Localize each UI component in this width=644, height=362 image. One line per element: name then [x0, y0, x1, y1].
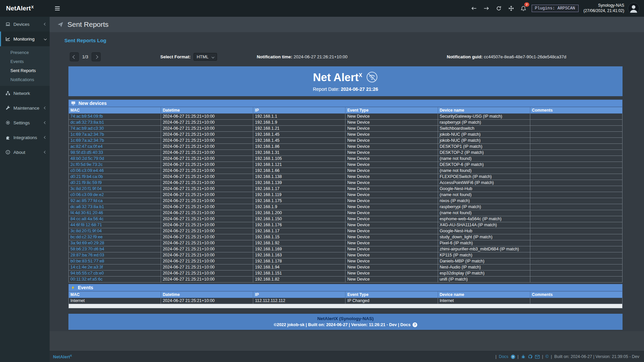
mac-address-link[interactable]: 14:c1:4e:2e:a3:3f	[70, 265, 103, 269]
question-circle-icon[interactable]: ?	[413, 322, 417, 327]
sidebar-item-about[interactable]: About	[0, 145, 50, 160]
sidebar-subitem-presence[interactable]: Presence	[0, 48, 50, 57]
events-section-bar: Events	[68, 284, 623, 291]
refresh-icon	[496, 6, 501, 11]
table-row: bc:dd:c2:32:f9:ee2024-06-27 21:25:21+10:…	[69, 234, 623, 240]
sidebar-item-network[interactable]: Network	[0, 86, 50, 101]
prev-page-button[interactable]	[70, 52, 79, 61]
table-row: ac:82:47:ca:0f:e42024-06-27 21:25:21+10:…	[69, 144, 623, 150]
sidebar-subitem-sent-reports[interactable]: Sent Reports	[0, 66, 50, 75]
column-header: MAC	[69, 292, 161, 298]
mac-address-link[interactable]: d0:21:f9:b4:ca:0b	[70, 174, 103, 179]
email-link[interactable]	[535, 355, 540, 359]
table-row: c0:06:c3:09:de:e22024-06-27 21:25:21+10:…	[69, 192, 623, 198]
github-link[interactable]	[528, 354, 533, 359]
column-header: Datetime	[161, 292, 253, 298]
report-controls: 1/3 Select Format: HTML Notification tim…	[68, 52, 623, 61]
mac-address-link[interactable]: 94:b5:55:c7:cb:e0	[70, 271, 104, 276]
mac-address-link[interactable]: 1c:69:7a:a2:34:7b	[70, 138, 104, 143]
mac-address-link[interactable]: 74:ac:b9:ad:c3:30	[70, 126, 104, 131]
mac-address-link[interactable]: 58:b6:23:70:d6:b4	[70, 247, 104, 251]
mac-address-link[interactable]: 2c:f0:5d:9e:73:2c	[70, 162, 103, 167]
section-title: Events	[78, 285, 93, 290]
sidebar-item-integrations[interactable]: Integrations	[0, 130, 50, 145]
mac-address-link[interactable]: 3c:8d:20:f1:9f:04	[70, 229, 102, 233]
table-row: Internet2024-06-27 21:25:21+10:00112.112…	[69, 298, 623, 304]
page-indicator: 1/3	[82, 54, 88, 59]
wrapper-spacer	[50, 331, 644, 351]
mac-address-link[interactable]: f4:4d:30:61:20:46	[70, 210, 103, 215]
column-header: Datetime	[161, 107, 253, 114]
sidebar-subitem-notifications[interactable]: Notifications	[0, 75, 50, 84]
copyright-icon[interactable]: ©	[545, 354, 548, 359]
puzzle-icon	[5, 135, 10, 140]
mac-address-link[interactable]: 00:11:32:ef:a5:6c	[70, 277, 103, 282]
table-row: f4:4d:30:61:20:462024-06-27 21:25:21+10:…	[69, 210, 623, 216]
report-footer-title: NetAlertX (Synology-NAS)	[68, 316, 623, 321]
notification-time: Notification time: 2024-06-27 21:26:21+1…	[257, 54, 347, 59]
question-circle-icon[interactable]: ?	[511, 355, 515, 359]
chevron-left-icon	[44, 121, 47, 124]
separator: |	[518, 354, 519, 359]
mac-address-link[interactable]: 28:87:ba:76:ed:03	[70, 253, 104, 257]
sidebar-item-label: Network	[13, 91, 30, 96]
table-header-row: MACDatetimeIPEvent TypeDevice nameCommen…	[69, 107, 623, 114]
mac-address-link[interactable]: 3c:8d:20:f1:9f:04	[70, 186, 102, 191]
footer-brand-link[interactable]: NetAlertX	[53, 354, 72, 359]
mac-address-link[interactable]: 48:b0:2d:5c:79:0d	[70, 156, 104, 161]
nav-back-button[interactable]	[470, 3, 478, 14]
sidebar-toggle-button[interactable]	[50, 0, 65, 17]
sidebar-item-label: Settings	[13, 120, 30, 125]
mac-address-link[interactable]: c0:06:c3:09:de:e2	[70, 192, 104, 197]
docs-link[interactable]: Docs	[499, 354, 508, 359]
table-row: 2c:f0:5d:9e:73:2c2024-06-27 21:25:21+10:…	[69, 162, 623, 168]
table-row: 44:6f:f8:12:68:712024-06-27 21:25:21+10:…	[69, 222, 623, 228]
bug-report-link[interactable]	[521, 354, 526, 359]
nav-forward-button[interactable]	[482, 3, 491, 14]
column-header: Event Type	[345, 292, 438, 298]
mac-address-link[interactable]: 92:ac:85:77:fd:ca	[70, 198, 103, 203]
mac-address-link[interactable]: c0:06:c3:09:e4:46	[70, 168, 104, 173]
nav-refresh-button[interactable]	[494, 3, 503, 14]
table-row: 14:c1:4e:2e:a3:3f2024-06-27 21:25:21+10:…	[69, 264, 623, 270]
next-page-button[interactable]	[92, 52, 101, 61]
mac-address-link[interactable]: 1c:69:7a:a2:34:7b	[70, 132, 104, 137]
report-preview: Net AlertX Report Date: 2024-06-27 21:26…	[68, 66, 623, 330]
nav-move-button[interactable]	[507, 3, 516, 14]
plugins-badge[interactable]: Plugins: ARPSCAN	[532, 5, 579, 12]
mac-address-link[interactable]: 3a:9d:69:e0:29:28	[70, 241, 104, 245]
mac-address-link[interactable]: d0:21:f9:8c:59:f9	[70, 180, 102, 185]
mac-address-link[interactable]: dc:a6:32:73:8a:b1	[70, 204, 104, 209]
format-select[interactable]: HTML	[194, 53, 217, 61]
wrench-icon	[5, 106, 10, 110]
mac-address-link[interactable]: dc:a6:32:73:8a:b1	[70, 120, 104, 125]
sidebar-subitem-events[interactable]: Events	[0, 57, 50, 66]
mac-address-link[interactable]: 44:6f:f8:12:68:71	[70, 223, 102, 227]
report-footer-meta: ©2022 jokob-sk | Built on: 2024-06-27 | …	[68, 322, 623, 327]
mac-address-link[interactable]: ac:82:47:ca:0f:e4	[70, 144, 103, 149]
host-name: Synology-NAS	[584, 3, 624, 8]
sidebar-item-maintenance[interactable]: Maintenance	[0, 101, 50, 115]
app-logo[interactable]: NetAlertX	[0, 0, 50, 17]
report-date-label: Report Date:	[313, 86, 339, 92]
content-wrapper: Sent Reports Sent Reports Log 1/3 Select…	[50, 17, 644, 362]
user-avatar[interactable]	[628, 3, 639, 14]
sidebar-item-label: About	[13, 150, 25, 155]
github-icon	[528, 354, 533, 359]
chevron-down-icon	[44, 38, 47, 40]
mac-address-link[interactable]: 74:ac:b9:54:09:fb	[70, 114, 103, 119]
sidebar-item-settings[interactable]: Settings	[0, 115, 50, 130]
sent-reports-log-link[interactable]: Sent Reports Log	[64, 38, 106, 43]
notifications-bell[interactable]: 7	[519, 3, 528, 14]
notification-count-badge: 7	[524, 2, 529, 7]
mac-address-link[interactable]: 98:5f:d3:d5:40:33	[70, 150, 103, 155]
mac-address-link[interactable]: 84:cc:a8:4a:56:4c	[70, 217, 104, 221]
table-row: 58:b6:23:70:d6:b42024-06-27 21:25:21+10:…	[69, 246, 623, 252]
sidebar-item-devices[interactable]: Devices	[0, 17, 50, 32]
sidebar-item-monitoring[interactable]: Monitoring	[0, 32, 50, 46]
footer-right: | Docs ? | | © | Built on: 2024-06-27 | …	[495, 354, 639, 359]
mac-address-link[interactable]: b0:be:83:51:77:e8	[70, 259, 104, 263]
gear-icon	[5, 120, 10, 125]
mac-address-link[interactable]: bc:dd:c2:32:f9:ee	[70, 235, 103, 239]
table-row: d0:21:f9:8c:59:f92024-06-27 21:25:21+10:…	[69, 180, 623, 186]
